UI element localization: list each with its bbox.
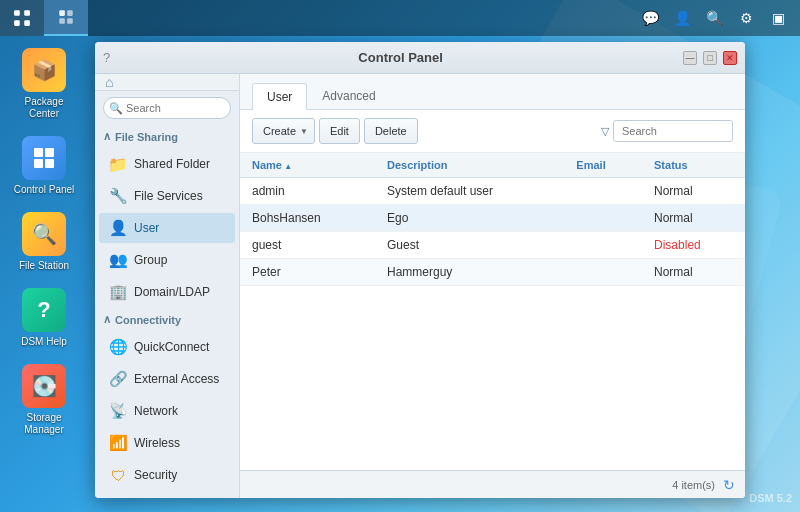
cell-email bbox=[564, 205, 642, 232]
svg-rect-9 bbox=[45, 148, 54, 157]
cell-email bbox=[564, 232, 642, 259]
control-panel-window: ? Control Panel — □ ✕ ⌂ 🔍 ∧ File Sharing bbox=[95, 42, 745, 498]
home-icon: ⌂ bbox=[105, 74, 113, 90]
cell-name: admin bbox=[240, 178, 375, 205]
maximize-button[interactable]: □ bbox=[703, 51, 717, 65]
cell-name: guest bbox=[240, 232, 375, 259]
cell-status: Disabled bbox=[642, 232, 745, 259]
svg-rect-1 bbox=[24, 10, 30, 16]
col-header-status[interactable]: Status bbox=[642, 153, 745, 178]
svg-rect-3 bbox=[24, 20, 30, 26]
quickconnect-icon: 🌐 bbox=[109, 338, 128, 356]
folder-icon: 📁 bbox=[108, 155, 128, 174]
control-panel-svg bbox=[32, 146, 56, 170]
domain-icon: 🏢 bbox=[109, 283, 128, 301]
table-row[interactable]: guest Guest Disabled bbox=[240, 232, 745, 259]
search-taskbar-icon[interactable]: 🔍 bbox=[700, 4, 728, 32]
svg-rect-7 bbox=[67, 18, 73, 24]
svg-rect-11 bbox=[45, 159, 54, 168]
connectivity-section-header: ∧ Connectivity bbox=[95, 308, 239, 331]
connectivity-collapse-icon[interactable]: ∧ bbox=[103, 313, 111, 326]
app-grid-button[interactable] bbox=[0, 0, 44, 36]
dsm-help-desktop-icon[interactable]: ? DSM Help bbox=[8, 284, 80, 352]
network-icon: 📡 bbox=[109, 402, 128, 420]
user-taskbar-icon[interactable]: 👤 bbox=[668, 4, 696, 32]
sidebar-search-container: 🔍 bbox=[103, 97, 231, 119]
package-center-icon[interactable]: 📦 Package Center bbox=[8, 44, 80, 124]
help-button[interactable]: ? bbox=[103, 50, 110, 65]
external-access-icon: 🔗 bbox=[109, 370, 128, 388]
sidebar-item-network[interactable]: 📡 Network bbox=[99, 396, 235, 426]
sidebar: ⌂ 🔍 ∧ File Sharing 📁 Shared Folder � bbox=[95, 74, 240, 498]
file-services-icon: 🔧 bbox=[109, 187, 128, 205]
dsm-version: DSM 5.2 bbox=[749, 492, 792, 504]
sidebar-item-security[interactable]: 🛡 Security bbox=[99, 460, 235, 490]
control-panel-taskbar-button[interactable] bbox=[44, 0, 88, 36]
col-header-name[interactable]: Name bbox=[240, 153, 375, 178]
sidebar-item-external-access[interactable]: 🔗 External Access bbox=[99, 364, 235, 394]
create-button[interactable]: Create ▼ bbox=[252, 118, 315, 144]
cell-description: Guest bbox=[375, 232, 564, 259]
tab-user[interactable]: User bbox=[252, 83, 307, 110]
section-collapse-icon[interactable]: ∧ bbox=[103, 130, 111, 143]
refresh-button[interactable]: ↻ bbox=[723, 477, 735, 493]
system-collapse-icon[interactable]: ∧ bbox=[103, 496, 111, 498]
sidebar-item-group[interactable]: 👥 Group bbox=[99, 245, 235, 275]
main-content: User Advanced Create ▼ Edit Delete ▽ bbox=[240, 74, 745, 498]
cell-email bbox=[564, 259, 642, 286]
window-body: ⌂ 🔍 ∧ File Sharing 📁 Shared Folder � bbox=[95, 74, 745, 498]
table-search-input[interactable] bbox=[613, 120, 733, 142]
control-panel-desktop-icon[interactable]: Control Panel bbox=[8, 132, 80, 200]
tab-advanced[interactable]: Advanced bbox=[307, 82, 390, 109]
sidebar-item-user[interactable]: 👤 User bbox=[99, 213, 235, 243]
storage-manager-desktop-icon[interactable]: 💽 Storage Manager bbox=[8, 360, 80, 440]
sidebar-home[interactable]: ⌂ bbox=[95, 74, 239, 91]
user-table: Name Description Email Status admin Syst… bbox=[240, 153, 745, 286]
table-body: admin System default user Normal BohsHan… bbox=[240, 178, 745, 286]
svg-rect-2 bbox=[14, 20, 20, 26]
group-icon: 👥 bbox=[109, 251, 128, 269]
control-panel-icon bbox=[57, 8, 75, 26]
cell-description: Hammerguy bbox=[375, 259, 564, 286]
settings-taskbar-icon[interactable]: ⚙ bbox=[732, 4, 760, 32]
user-icon: 👤 bbox=[109, 219, 128, 237]
table-header: Name Description Email Status bbox=[240, 153, 745, 178]
table-row[interactable]: admin System default user Normal bbox=[240, 178, 745, 205]
sidebar-item-quickconnect[interactable]: 🌐 QuickConnect bbox=[99, 332, 235, 362]
taskbar: 💬 👤 🔍 ⚙ ▣ bbox=[0, 0, 800, 36]
minimize-button[interactable]: — bbox=[683, 51, 697, 65]
svg-rect-6 bbox=[59, 18, 65, 24]
delete-button[interactable]: Delete bbox=[364, 118, 418, 144]
edit-button[interactable]: Edit bbox=[319, 118, 360, 144]
chat-taskbar-icon[interactable]: 💬 bbox=[636, 4, 664, 32]
sidebar-item-file-services[interactable]: 🔧 File Services bbox=[99, 181, 235, 211]
svg-rect-4 bbox=[59, 10, 65, 16]
svg-rect-8 bbox=[34, 148, 43, 157]
cell-name: BohsHansen bbox=[240, 205, 375, 232]
table-row[interactable]: BohsHansen Ego Normal bbox=[240, 205, 745, 232]
sidebar-item-wireless[interactable]: 📶 Wireless bbox=[99, 428, 235, 458]
svg-rect-0 bbox=[14, 10, 20, 16]
col-header-email[interactable]: Email bbox=[564, 153, 642, 178]
window-footer: 4 item(s) ↻ bbox=[240, 470, 745, 498]
table-row[interactable]: Peter Hammerguy Normal bbox=[240, 259, 745, 286]
cell-email bbox=[564, 178, 642, 205]
cell-description: System default user bbox=[375, 178, 564, 205]
display-taskbar-icon[interactable]: ▣ bbox=[764, 4, 792, 32]
close-button[interactable]: ✕ bbox=[723, 51, 737, 65]
svg-rect-5 bbox=[67, 10, 73, 16]
sidebar-search-icon: 🔍 bbox=[109, 102, 123, 115]
security-icon: 🛡 bbox=[111, 467, 126, 484]
toolbar-filter: ▽ bbox=[601, 120, 733, 142]
col-header-description[interactable]: Description bbox=[375, 153, 564, 178]
create-dropdown-arrow: ▼ bbox=[300, 127, 308, 136]
user-table-container: Name Description Email Status admin Syst… bbox=[240, 153, 745, 470]
item-count: 4 item(s) bbox=[672, 479, 715, 491]
taskbar-left bbox=[0, 0, 88, 36]
file-sharing-section-header: ∧ File Sharing bbox=[95, 125, 239, 148]
desktop-icons: 📦 Package Center Control Panel 🔍 File St… bbox=[8, 44, 80, 440]
file-station-desktop-icon[interactable]: 🔍 File Station bbox=[8, 208, 80, 276]
sidebar-item-shared-folder[interactable]: 📁 Shared Folder bbox=[99, 149, 235, 179]
tabs-bar: User Advanced bbox=[240, 74, 745, 110]
sidebar-item-domain-ldap[interactable]: 🏢 Domain/LDAP bbox=[99, 277, 235, 307]
